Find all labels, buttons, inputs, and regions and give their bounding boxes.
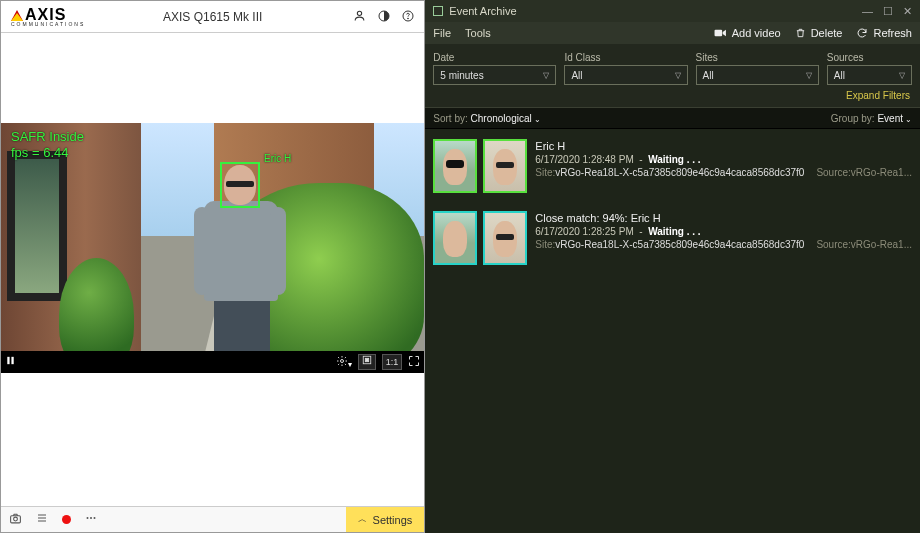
event-source: Source:vRGo-Rea1... xyxy=(816,167,912,178)
group-by-value[interactable]: Event⌄ xyxy=(877,113,912,124)
filter-date-label: Date xyxy=(433,52,556,63)
filter-date-value: 5 minutes xyxy=(440,70,483,81)
sort-by-value[interactable]: Chronological⌄ xyxy=(471,113,541,124)
delete-button[interactable]: Delete xyxy=(795,27,843,39)
event-name: Close match: 94%: Eric H xyxy=(535,212,912,224)
menu-file[interactable]: File xyxy=(433,27,451,39)
axis-logo-subtext: COMMUNICATIONS xyxy=(11,21,85,27)
video-overlay-text: SAFR Inside fps = 6.44 xyxy=(11,129,84,160)
event-thumbnail[interactable] xyxy=(433,139,477,193)
filter-sources-label: Sources xyxy=(827,52,912,63)
window-titlebar: Event Archive — ☐ ✕ xyxy=(425,0,920,22)
expand-filters-link[interactable]: Expand Filters xyxy=(846,90,910,101)
filter-sites-select[interactable]: All▽ xyxy=(696,65,819,85)
svg-rect-17 xyxy=(714,30,722,37)
app-icon xyxy=(433,6,443,16)
camera-header: AXIS COMMUNICATIONS AXIS Q1615 Mk III xyxy=(1,1,424,33)
menubar: File Tools Add video Delete Refresh xyxy=(425,22,920,44)
list-icon[interactable] xyxy=(36,512,48,527)
help-icon[interactable] xyxy=(402,9,414,25)
video-scene: Eric H xyxy=(1,123,424,373)
svg-point-15 xyxy=(90,517,92,519)
aspect-ratio-button[interactable]: 1:1 xyxy=(382,354,403,370)
face-label: Eric H xyxy=(264,153,291,164)
camera-footer: ︿ Settings xyxy=(1,506,424,532)
video-settings-icon[interactable]: ▾ xyxy=(336,355,352,370)
contrast-icon[interactable] xyxy=(378,9,390,25)
stream-toggle-icon[interactable] xyxy=(358,354,376,370)
event-thumbnail[interactable] xyxy=(433,211,477,265)
event-site: Site:vRGo-Rea18L-X-c5a7385c809e46c9a4cac… xyxy=(535,167,804,178)
filter-sites-label: Sites xyxy=(696,52,819,63)
event-archive-panel: Event Archive — ☐ ✕ File Tools Add video xyxy=(425,0,920,533)
event-time-status: 6/17/2020 1:28:25 PM - Waiting . . . xyxy=(535,226,912,237)
filter-sources-select[interactable]: All▽ xyxy=(827,65,912,85)
maximize-button[interactable]: ☐ xyxy=(883,5,893,18)
svg-rect-8 xyxy=(365,358,368,361)
event-name: Eric H xyxy=(535,140,912,152)
chevron-down-icon: ▽ xyxy=(899,71,905,80)
spacer-bottom xyxy=(1,373,424,506)
sort-by-label: Sort by: xyxy=(433,113,467,124)
filter-bar: Date 5 minutes▽ Id Class All▽ Sites All▽… xyxy=(425,44,920,107)
filter-sources-value: All xyxy=(834,70,845,81)
video-viewport[interactable]: Eric H SAFR Inside fps = 6.44 ▾ xyxy=(1,123,424,373)
menu-tools[interactable]: Tools xyxy=(465,27,491,39)
event-thumbnail[interactable] xyxy=(483,139,527,193)
refresh-button[interactable]: Refresh xyxy=(856,27,912,39)
event-row[interactable]: Eric H 6/17/2020 1:28:48 PM - Waiting . … xyxy=(433,139,912,193)
event-site: Site:vRGo-Rea18L-X-c5a7385c809e46c9a4cac… xyxy=(535,239,804,250)
overlay-name: SAFR Inside xyxy=(11,129,84,145)
fullscreen-icon[interactable] xyxy=(408,355,420,369)
event-source: Source:vRGo-Rea1... xyxy=(816,239,912,250)
filter-idclass-label: Id Class xyxy=(564,52,687,63)
more-icon[interactable] xyxy=(85,512,97,527)
pause-button[interactable] xyxy=(5,355,16,369)
record-icon[interactable] xyxy=(62,515,71,524)
chevron-down-icon: ⌄ xyxy=(534,115,541,124)
axis-logo: AXIS COMMUNICATIONS xyxy=(11,6,85,27)
face-bounding-box xyxy=(220,162,260,208)
event-row[interactable]: Close match: 94%: Eric H 6/17/2020 1:28:… xyxy=(433,211,912,265)
detected-person: Eric H xyxy=(186,155,296,373)
sort-bar: Sort by: Chronological⌄ Group by: Event⌄ xyxy=(425,107,920,129)
svg-rect-5 xyxy=(11,357,13,364)
camera-model-title: AXIS Q1615 Mk III xyxy=(163,10,262,24)
camera-panel: AXIS COMMUNICATIONS AXIS Q1615 Mk III xyxy=(0,0,425,533)
overlay-fps: fps = 6.44 xyxy=(11,145,84,161)
close-button[interactable]: ✕ xyxy=(903,5,912,18)
events-list: Eric H 6/17/2020 1:28:48 PM - Waiting . … xyxy=(425,129,920,533)
event-meta: Close match: 94%: Eric H 6/17/2020 1:28:… xyxy=(535,211,912,265)
settings-button[interactable]: ︿ Settings xyxy=(346,507,425,532)
user-icon[interactable] xyxy=(353,9,366,25)
chevron-down-icon: ▽ xyxy=(806,71,812,80)
video-controls: ▾ 1:1 xyxy=(1,351,424,373)
filter-idclass-select[interactable]: All▽ xyxy=(564,65,687,85)
add-video-label: Add video xyxy=(732,27,781,39)
snapshot-icon[interactable] xyxy=(9,512,22,528)
svg-point-6 xyxy=(340,359,343,362)
settings-label: Settings xyxy=(373,514,413,526)
svg-point-14 xyxy=(87,517,89,519)
filter-sites-value: All xyxy=(703,70,714,81)
add-video-button[interactable]: Add video xyxy=(714,27,781,39)
minimize-button[interactable]: — xyxy=(862,5,873,18)
refresh-label: Refresh xyxy=(873,27,912,39)
window-title: Event Archive xyxy=(449,5,516,17)
filter-idclass-value: All xyxy=(571,70,582,81)
event-thumbnail[interactable] xyxy=(483,211,527,265)
svg-rect-4 xyxy=(7,357,9,364)
chevron-down-icon: ⌄ xyxy=(905,115,912,124)
svg-point-16 xyxy=(94,517,96,519)
svg-point-3 xyxy=(408,18,409,19)
chevron-down-icon: ▽ xyxy=(543,71,549,80)
event-time-status: 6/17/2020 1:28:48 PM - Waiting . . . xyxy=(535,154,912,165)
chevron-down-icon: ▽ xyxy=(675,71,681,80)
axis-logo-icon xyxy=(11,10,23,21)
event-meta: Eric H 6/17/2020 1:28:48 PM - Waiting . … xyxy=(535,139,912,193)
chevron-up-icon: ︿ xyxy=(358,513,367,526)
filter-date-select[interactable]: 5 minutes▽ xyxy=(433,65,556,85)
group-by-label: Group by: xyxy=(831,113,875,124)
camera-body: Eric H SAFR Inside fps = 6.44 ▾ xyxy=(1,33,424,506)
svg-point-10 xyxy=(14,517,18,521)
